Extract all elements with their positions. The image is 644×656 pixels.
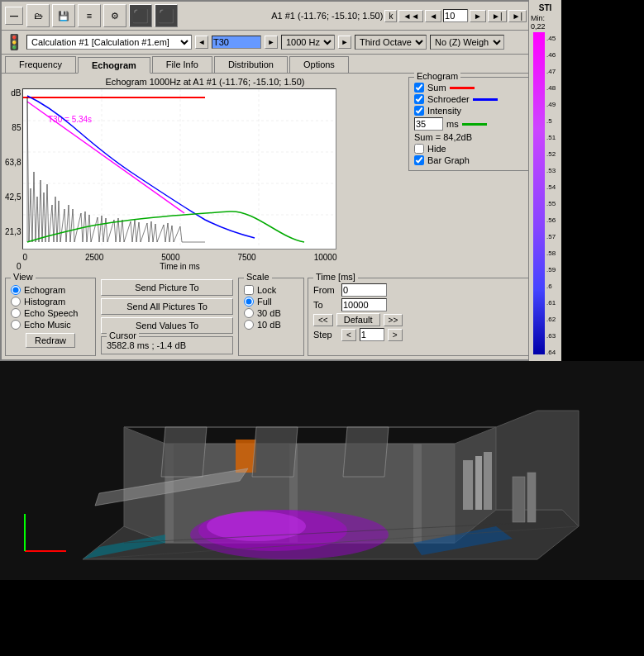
calc-dropdown[interactable]: Calculation #1 [Calculation #1.em] [26,35,192,50]
intensity-checkbox[interactable] [414,106,424,116]
second-toolbar: 🚦 Calculation #1 [Calculation #1.em] ◄ ►… [2,31,552,55]
nav-next-button[interactable]: ► [470,10,486,22]
send-values-to-label: Send Values To [136,321,198,330]
title-bar: — 🗁 💾 ≡ ⚙ ⬛ [2,2,552,31]
tab-frequency[interactable]: Frequency [5,56,76,73]
svg-text:.57: .57 [546,233,556,240]
save-button[interactable]: 💾 [52,4,75,27]
svg-text:.47: .47 [546,68,556,75]
svg-text:.48: .48 [546,84,556,92]
bar-graph-checkbox[interactable] [414,155,424,165]
time-next-next-button[interactable]: >> [384,314,403,326]
db30-row: 30 dB [244,308,298,318]
default-button[interactable]: Default [336,313,380,326]
nav-end-button[interactable]: ►| [508,10,527,22]
send-picture-to-button[interactable]: Send Picture To [101,279,233,296]
lock-label: Lock [257,285,276,295]
db30-label: 30 dB [257,308,281,318]
redraw-button[interactable]: Redraw [26,333,75,348]
view-panel-title: View [11,272,36,282]
echo-speech-label: Echo Speech [24,308,78,318]
echo-speech-radio[interactable] [11,308,21,318]
freq-dropdown[interactable]: 1000 Hz [281,35,335,50]
tab-file-info[interactable]: File Info [152,56,212,73]
chart-area: Echogram 1000Hz at A1 #1 (-11.76; -15.10… [5,77,405,271]
grid2-button[interactable]: ⬛ [155,4,178,27]
echo-music-radio[interactable] [11,320,21,330]
minimize-button[interactable]: — [5,7,23,25]
svg-rect-57 [513,477,525,522]
tab-distribution[interactable]: Distribution [214,56,288,73]
tab-echogram[interactable]: Echogram [78,57,150,74]
scene-3d [0,361,644,580]
histogram-radio[interactable] [11,297,21,307]
chart-y2: 42,5 [5,193,21,202]
t30-input[interactable] [212,36,261,49]
svg-rect-10 [533,32,545,354]
t30-prev-button[interactable]: ◄ [195,36,208,49]
x-axis-title: Time in ms [22,262,336,271]
weight-dropdown[interactable]: No (Z) Weigh [430,35,504,50]
tab-options[interactable]: Options [289,56,349,73]
nav-input[interactable] [443,9,468,22]
nav-row: << Default >> [313,313,543,326]
from-input[interactable] [341,283,387,297]
freq-next-button[interactable]: ► [338,36,351,49]
intensity-label: Intensity [427,106,461,116]
svg-text:.5: .5 [546,117,552,125]
svg-text:.53: .53 [546,167,556,174]
traffic-light-icon: 🚦 [5,33,23,51]
t30-next-button[interactable]: ► [265,36,278,49]
grid1-button[interactable]: ⬛ [129,4,152,27]
octave-dropdown[interactable]: Third Octave [355,35,427,50]
send-all-pictures-button[interactable]: Send All Pictures To [101,298,233,315]
to-label: To [313,300,338,310]
list-button[interactable]: ≡ [78,4,101,27]
default-label: Default [344,315,373,325]
svg-point-42 [207,511,306,541]
grid2-icon: ⬛ [158,8,174,24]
view-panel: View Echogram Histogram Echo Speech [5,278,96,356]
echogram-radio[interactable] [11,285,21,295]
to-row: To [313,298,543,311]
settings-button[interactable]: ⚙ [103,4,126,27]
cursor-value: 3582.8 ms ; -1.4 dB [107,340,186,350]
schroeder-checkbox[interactable] [414,94,424,104]
chart-y0: 0 [5,262,21,271]
step-next-button[interactable]: > [388,329,403,341]
intensity-color-line [462,123,487,126]
svg-text:.45: .45 [546,35,556,42]
svg-text:.52: .52 [546,150,556,158]
to-input[interactable] [341,298,387,311]
full-label: Full [257,297,272,307]
sum-checkbox[interactable] [414,83,424,93]
nav-next-end-button[interactable]: ►| [488,10,507,22]
grid1-icon: ⬛ [132,8,149,24]
hide-checkbox[interactable] [414,144,424,154]
nav-prev-prev-button[interactable]: ◄◄ [398,10,423,22]
nav-k-button[interactable]: k [384,10,397,22]
bottom-section: View Echogram Histogram Echo Speech [2,274,552,359]
step-prev-button[interactable]: < [341,329,356,341]
db10-label: 10 dB [257,320,281,330]
nav-prev-button[interactable]: ◄ [425,10,441,22]
cursor-group: Cursor 3582.8 ms ; -1.4 dB [101,336,233,354]
step-row: Step < > [313,328,543,341]
intensity-row: Intensity [414,106,543,116]
svg-text:.51: .51 [546,134,556,141]
svg-rect-58 [527,473,536,522]
chart-ylabel-db: dB [5,88,21,97]
ms-input[interactable] [414,117,443,131]
db30-radio[interactable] [244,308,254,318]
full-radio[interactable] [244,297,254,307]
lock-checkbox[interactable] [244,285,254,295]
time-prev-prev-button[interactable]: << [313,314,333,326]
svg-rect-46 [463,460,473,510]
send-picture-to-label: Send Picture To [135,283,198,292]
bar-graph-label: Bar Graph [427,155,470,165]
step-input[interactable] [360,328,384,341]
file-button[interactable]: 🗁 [26,4,50,27]
chart-y-max: 85 [5,123,21,132]
db10-radio[interactable] [244,320,254,330]
sum-row: Sum [414,83,543,93]
